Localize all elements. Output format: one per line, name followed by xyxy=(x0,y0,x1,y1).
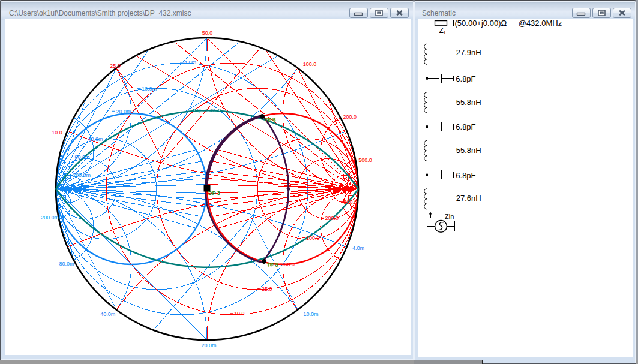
svg-text:6.8pF: 6.8pF xyxy=(456,171,475,180)
svg-text:10.0m: 10.0m xyxy=(142,86,157,92)
svg-text:Q =1.42: Q =1.42 xyxy=(197,107,215,113)
svg-text:25.0: 25.0 xyxy=(110,63,121,69)
svg-text:Zin: Zin xyxy=(445,213,454,220)
svg-text:6.8pF: 6.8pF xyxy=(456,74,475,83)
svg-text:100.0: 100.0 xyxy=(303,61,317,67)
svg-text:50.0: 50.0 xyxy=(284,261,295,267)
svg-text:6.8pF: 6.8pF xyxy=(456,122,475,131)
svg-text:80.0m: 80.0m xyxy=(59,261,74,267)
svg-text:25.0: 25.0 xyxy=(262,286,272,292)
svg-text:40.0m: 40.0m xyxy=(100,311,115,317)
svg-text:4.0m: 4.0m xyxy=(184,59,196,65)
svg-text:@432.0MHz: @432.0MHz xyxy=(519,19,562,28)
svg-text:40.0m: 40.0m xyxy=(88,136,103,142)
svg-text:55.8nH: 55.8nH xyxy=(456,146,481,155)
svg-text:200.0: 200.0 xyxy=(325,215,339,221)
svg-text:27.9nH: 27.9nH xyxy=(456,48,481,57)
svg-text:10.0: 10.0 xyxy=(234,311,245,317)
svg-text:DP 3: DP 3 xyxy=(208,190,220,196)
svg-text:500.0: 500.0 xyxy=(344,199,358,205)
svg-text:10.0m: 10.0m xyxy=(303,311,318,317)
svg-text:200.0m: 200.0m xyxy=(73,172,91,178)
svg-text:20.0m: 20.0m xyxy=(116,109,131,115)
svg-text:50.0: 50.0 xyxy=(202,30,213,36)
svg-text:4.0m: 4.0m xyxy=(352,245,364,251)
svg-text:200.0m: 200.0m xyxy=(41,215,59,221)
svg-text:10.0: 10.0 xyxy=(52,130,62,136)
svg-text:80.0m: 80.0m xyxy=(75,154,90,160)
svg-text:(50.00+j0.00)Ω: (50.00+j0.00)Ω xyxy=(455,19,507,28)
svg-text:L: L xyxy=(444,30,447,35)
svg-text:TP 6: TP 6 xyxy=(264,116,275,122)
svg-text:27.6nH: 27.6nH xyxy=(456,194,481,203)
svg-text:Z: Z xyxy=(439,26,444,35)
svg-text:200.0: 200.0 xyxy=(343,114,357,120)
svg-text:100.0: 100.0 xyxy=(306,235,320,241)
svg-text:TP 5: TP 5 xyxy=(266,261,278,267)
svg-text:20.0m: 20.0m xyxy=(201,342,216,348)
svg-text:55.8nH: 55.8nH xyxy=(456,98,481,107)
svg-text:500.0: 500.0 xyxy=(358,157,372,163)
